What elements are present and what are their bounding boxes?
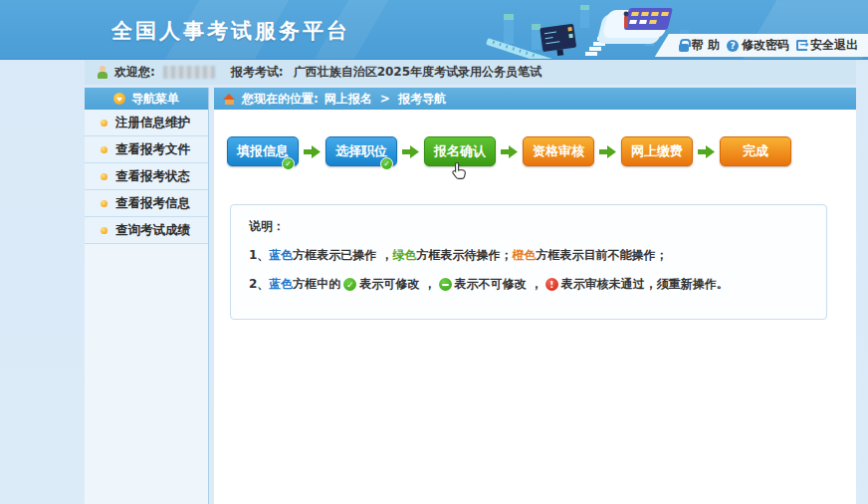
- sidebar-item-label: 查询考试成绩: [115, 222, 190, 239]
- step-online-payment: 网上缴费: [621, 136, 693, 166]
- note-green-word: 绿色: [393, 247, 417, 264]
- breadcrumb: 您现在的位置: 网上报名 > 报考导航: [214, 88, 856, 110]
- arrow-right-icon: [304, 145, 321, 158]
- sidebar-item-view-apply-status[interactable]: 查看报考状态: [85, 163, 208, 190]
- note-text: 方框表示待操作；: [417, 247, 513, 264]
- explanation-box: 说明： 1、 蓝色 方框表示已操作 ， 绿色 方框表示待操作； 橙色 方框表示目…: [230, 204, 827, 320]
- breadcrumb-section[interactable]: 网上报名: [325, 91, 372, 108]
- app-header: 全国人事考试服务平台: [0, 0, 868, 60]
- sidebar-title: 导航菜单: [131, 91, 179, 108]
- exclamation-circle-icon: !: [545, 278, 558, 291]
- step-confirm-registration[interactable]: 报名确认: [424, 136, 496, 166]
- breadcrumb-separator: >: [380, 92, 390, 106]
- sidebar-item-label: 查看报考信息: [115, 195, 190, 212]
- chevron-down-icon: [113, 93, 125, 105]
- sidebar: 导航菜单 注册信息维护 查看报考文件 查看报考状态 查看报考信息 查询考试成绩: [85, 88, 209, 504]
- help-link-label: 帮 助: [692, 37, 720, 54]
- sidebar-item-label: 查看报考文件: [115, 141, 190, 158]
- site-title: 全国人事考试服务平台: [111, 17, 350, 45]
- logout-label: 安全退出: [810, 37, 858, 54]
- step-finish: 完成: [720, 136, 791, 166]
- main-content: 填报信息 ✓ 选择职位 ✓ 报名确认 资格审核: [214, 110, 856, 504]
- note-blue-word: 蓝色: [269, 276, 293, 293]
- step-select-position[interactable]: 选择职位 ✓: [326, 136, 397, 166]
- arrow-right-icon: [402, 145, 419, 158]
- step-label: 网上缴费: [631, 142, 683, 160]
- note-text: 表示不可修改 ，: [455, 276, 542, 293]
- note-blue-word: 蓝色: [269, 247, 293, 264]
- minus-circle-icon: [439, 278, 452, 291]
- home-icon: [223, 94, 236, 105]
- exam-name: 广西壮族自治区2025年度考试录用公务员笔试: [294, 64, 542, 81]
- user-avatar-icon: [97, 66, 108, 79]
- bullet-icon: [101, 200, 108, 207]
- header-links-bar: 帮 助 ? 修改密码 安全退出: [655, 34, 868, 57]
- note-orange-word: 橙色: [513, 247, 537, 264]
- step-label: 填报信息: [237, 142, 289, 160]
- sidebar-header: 导航菜单: [85, 88, 208, 110]
- breadcrumb-location-label: 您现在的位置:: [242, 91, 319, 108]
- step-label: 选择职位: [335, 142, 387, 160]
- arrow-right-icon: [501, 145, 518, 158]
- note-line-1: 1、 蓝色 方框表示已操作 ， 绿色 方框表示待操作； 橙色 方框表示目前不能操…: [249, 247, 808, 264]
- change-password-label: 修改密码: [742, 37, 789, 54]
- redacted-username: [163, 66, 215, 79]
- sidebar-item-view-exam-files[interactable]: 查看报考文件: [85, 136, 208, 163]
- note-text: 表示审核未通过，须重新操作。: [561, 276, 729, 293]
- step-flow: 填报信息 ✓ 选择职位 ✓ 报名确认 资格审核: [227, 136, 856, 166]
- sidebar-empty-area: [85, 244, 208, 504]
- change-password-link[interactable]: ? 修改密码: [727, 37, 789, 54]
- note-line-2: 2、 蓝色 方框中的 ✓ 表示可修改 ， 表示不可修改 ， ! 表示审核未通过，…: [249, 276, 808, 293]
- step-label: 资格审核: [533, 142, 584, 160]
- check-badge-icon: ✓: [282, 157, 295, 170]
- note-text: 1、: [249, 247, 269, 264]
- arrow-right-icon: [698, 145, 715, 158]
- note-text: 2、: [249, 276, 269, 293]
- hand-cursor-icon: [451, 161, 469, 181]
- welcome-bar: 欢迎您: 报考考试: 广西壮族自治区2025年度考试录用公务员笔试: [85, 60, 856, 85]
- check-badge-icon: ✓: [380, 157, 393, 170]
- step-label: 报名确认: [434, 142, 486, 160]
- bullet-icon: [101, 120, 108, 126]
- note-text: 方框中的: [293, 276, 340, 293]
- note-title: 说明：: [249, 218, 808, 235]
- step-label: 完成: [743, 142, 768, 160]
- main-panel: 您现在的位置: 网上报名 > 报考导航 填报信息 ✓ 选择职位 ✓ 报名确认: [214, 88, 856, 504]
- step-qualification-review: 资格审核: [523, 136, 594, 166]
- note-text: 方框表示已操作 ，: [293, 247, 392, 264]
- page-columns: 导航菜单 注册信息维护 查看报考文件 查看报考状态 查看报考信息 查询考试成绩: [85, 88, 856, 504]
- lock-icon: [679, 44, 689, 52]
- sidebar-item-label: 注册信息维护: [115, 115, 190, 131]
- bullet-icon: [101, 146, 108, 153]
- arrow-right-icon: [599, 145, 616, 158]
- note-text: 方框表示目前不能操作；: [537, 247, 668, 264]
- sidebar-item-query-scores[interactable]: 查询考试成绩: [85, 217, 208, 244]
- sidebar-menu: 注册信息维护 查看报考文件 查看报考状态 查看报考信息 查询考试成绩: [85, 110, 208, 244]
- sidebar-item-label: 查看报考状态: [115, 168, 190, 185]
- sidebar-item-view-apply-info[interactable]: 查看报考信息: [85, 190, 208, 217]
- bullet-icon: [101, 227, 108, 234]
- question-icon: ?: [727, 40, 739, 52]
- logout-link[interactable]: 安全退出: [796, 37, 858, 54]
- exam-label: 报考考试:: [231, 64, 284, 81]
- breadcrumb-current: 报考导航: [398, 91, 446, 108]
- note-text: 表示可修改 ，: [359, 276, 435, 293]
- step-fill-info[interactable]: 填报信息 ✓: [227, 136, 299, 166]
- exit-icon: [796, 40, 807, 51]
- bullet-icon: [101, 173, 108, 180]
- help-link[interactable]: 帮 助: [679, 37, 720, 54]
- welcome-greeting: 欢迎您:: [114, 64, 155, 81]
- check-circle-icon: ✓: [343, 278, 356, 291]
- sidebar-item-registration-info[interactable]: 注册信息维护: [85, 110, 208, 136]
